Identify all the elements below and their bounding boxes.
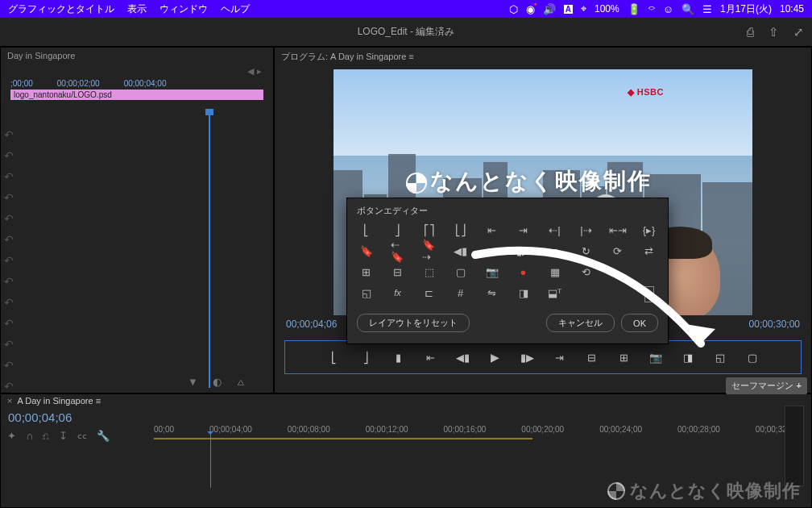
input-icon[interactable]: A [564,5,573,14]
fullscreen-icon[interactable]: ⤢ [793,25,804,40]
mark-out-icon[interactable]: ⎦ [391,223,405,236]
go-out-icon[interactable]: ⇥ [516,223,531,236]
undo-icon[interactable]: ↶ [4,317,14,330]
record-icon[interactable]: ● [516,265,531,278]
spacer-icon[interactable] [644,286,654,302]
undo-icon[interactable]: ↶ [4,254,14,267]
prev-key-icon[interactable]: ◀ [247,66,254,77]
user-icon[interactable]: ☺ [663,3,673,15]
vr-toggle-icon[interactable]: ⬓ᵀ [548,286,562,299]
export-icon[interactable]: ⎙ [747,25,754,40]
safe-margin-icon[interactable]: ▢ [454,265,468,278]
next-marker-icon[interactable]: 🔖⇢ [422,244,437,257]
tag-icon[interactable]: 🜂 [236,376,246,388]
battery-icon[interactable]: 🔋 [628,3,640,15]
add-key-icon[interactable]: ▸ [257,66,262,77]
mark-in-icon[interactable]: ⎣ [326,350,341,364]
go-to-in-icon[interactable]: ⇤ [423,350,437,364]
cc-icon[interactable]: ᴄᴄ [77,430,87,442]
spotlight-icon[interactable]: 🔍 [682,3,694,15]
ruler-icon[interactable]: ⊏ [422,286,437,299]
control-center-icon[interactable]: ☰ [702,3,712,15]
fx-icon[interactable]: fx [391,286,405,299]
sequence-tab[interactable]: ×A Day in Singapore ≡ [7,396,101,406]
undo-icon[interactable]: ↶ [4,128,14,141]
vr-icon[interactable]: ◨ [516,286,531,299]
menubar-time[interactable]: 10:45 [780,3,804,15]
share-icon[interactable]: ⇧ [768,25,779,40]
proxy-icon[interactable]: ◱ [713,350,727,364]
undo-icon[interactable]: ↶ [4,275,14,288]
reset-layout-button[interactable]: レイアウトをリセット [357,314,470,332]
export-frame-icon[interactable]: 📷 [648,350,663,364]
source-ruler[interactable]: ;00;00 00;00;02;00 00;00;04;00 [1,79,273,88]
undo-icon[interactable]: ↶ [4,149,14,162]
wrench-icon[interactable]: 🔧 [97,430,110,442]
play-inout-icon[interactable]: {▸} [642,223,657,236]
menu-help[interactable]: ヘルプ [221,2,250,16]
ok-button[interactable]: OK [621,314,658,332]
mark-clip-icon[interactable]: ⎡⎤ [422,223,437,236]
clear-out-icon[interactable]: |⇢ [579,223,594,236]
undo-icon[interactable]: ↶ [4,191,14,204]
mark-out-icon[interactable]: ⎦ [358,350,373,364]
undo-icon[interactable]: ↶ [4,212,14,225]
guides-icon[interactable]: # [454,286,468,299]
bluetooth-icon[interactable]: ⌖ [581,2,586,15]
status-cube-icon[interactable]: ⬡ [509,3,518,15]
comparison-icon[interactable]: ◨ [681,350,695,364]
cancel-button[interactable]: キャンセル [546,314,615,332]
mark-selection-icon[interactable]: ⎣⎦ [454,223,468,236]
prev-marker-icon[interactable]: ⇠🔖 [391,244,405,257]
play-icon[interactable]: ▶ [485,244,499,257]
volume-icon[interactable]: 🔊 [543,3,556,15]
comparison-icon[interactable]: ⇋ [485,286,499,299]
undo-icon[interactable]: ↶ [4,380,14,393]
export-frame-icon[interactable]: 📷 [485,265,499,278]
go-in-icon[interactable]: ⇤ [485,223,499,236]
menu-window[interactable]: ウィンドウ [160,2,208,16]
filter-icon[interactable]: ▼ [188,376,198,388]
overwrite-icon[interactable]: ⊟ [391,265,405,278]
clear-in-icon[interactable]: ⇠| [548,223,562,236]
mask-icon[interactable]: ◐ [213,376,222,388]
step-fwd-icon[interactable]: ▮▶ [520,350,534,364]
snap-icon[interactable]: ✦ [7,430,16,442]
extract-icon[interactable]: ⊞ [616,350,631,364]
play-icon[interactable]: ▶ [487,350,502,364]
menubar-date[interactable]: 1月17日(火) [720,2,772,16]
timeline-timecode[interactable]: 00;00;04;06 [8,410,72,424]
marker-icon[interactable]: ⎌ [43,430,49,442]
add-marker-icon[interactable]: ▮ [391,350,405,364]
source-playhead[interactable] [209,114,210,388]
stop-icon[interactable]: ■ [548,244,562,257]
source-clip[interactable]: logo_nantonaku/LOGO.psd [10,90,263,100]
undo-icon[interactable]: ↶ [4,338,14,351]
go-to-out-icon[interactable]: ⇥ [552,350,566,364]
loop-icon[interactable]: ⟳ [611,244,625,257]
undo-icon[interactable]: ↶ [4,170,14,183]
step-fwd-icon[interactable]: ▮▶ [516,244,531,257]
undo-icon[interactable]: ↶ [4,359,14,372]
insert-icon[interactable]: ⊞ [359,265,374,278]
insert-icon[interactable]: ↧ [59,430,68,442]
marker-icon[interactable]: 🔖 [359,244,374,257]
status-record-icon[interactable]: ◉● [526,3,535,15]
timeline-playhead[interactable] [210,431,211,488]
wifi-icon[interactable]: ⌔ [648,3,655,15]
timeline-ruler[interactable]: 00;00 00;00;04;00 00;00;08;00 00;00;12;0… [154,425,787,438]
lift-icon[interactable]: ⬚ [422,265,437,278]
clear-both-icon[interactable]: ⇤⇥ [611,223,625,236]
mark-in-icon[interactable]: ⎣ [359,223,374,236]
lift-icon[interactable]: ⊟ [584,350,599,364]
shuttle-icon[interactable]: ⇄ [642,244,657,257]
undo-icon[interactable]: ↶ [4,233,14,246]
program-tc-current[interactable]: 00;00;04;06 [286,319,337,332]
step-back-icon[interactable]: ◀▮ [454,244,468,257]
link-icon[interactable]: ∩ [26,430,33,442]
multicam-icon[interactable]: ▦ [548,265,562,278]
undo-icon[interactable]: ↶ [4,296,14,309]
close-icon[interactable]: × [7,396,12,406]
safe-margin-icon[interactable]: ▢ [745,350,760,364]
proxy-toggle-icon[interactable]: ◱ [359,286,374,299]
